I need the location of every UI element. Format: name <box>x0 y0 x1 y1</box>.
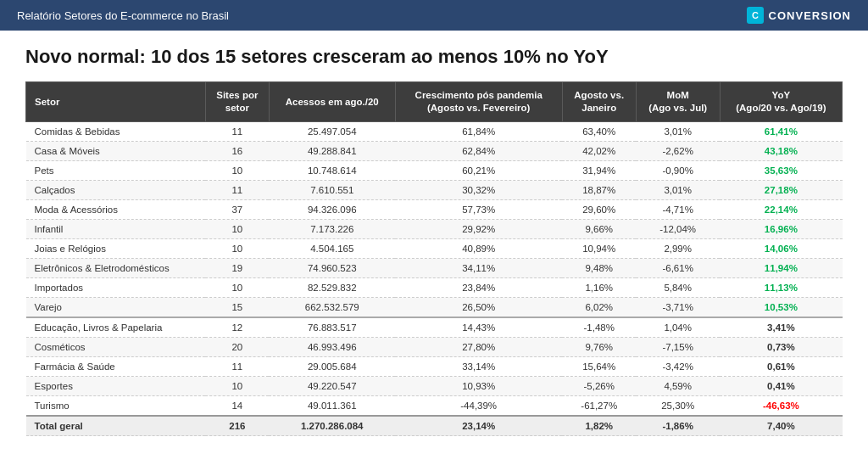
cell-yoy: 11,13% <box>720 278 842 298</box>
cell-crescimento: -44,39% <box>395 396 562 417</box>
cell-acessos: 76.883.517 <box>269 317 395 338</box>
cell-mom: 25,30% <box>636 396 720 417</box>
cell-acessos: 4.504.165 <box>269 239 395 259</box>
cell-sites: 14 <box>205 396 269 417</box>
cell-mom: -0,90% <box>636 161 720 181</box>
cell-yoy: 22,14% <box>720 200 842 220</box>
cell-ago_jan: 42,02% <box>562 142 636 161</box>
cell-ago_jan: 6,02% <box>562 298 636 318</box>
table-row: Esportes1049.220.54710,93%-5,26%4,59%0,4… <box>26 377 843 396</box>
cell-yoy: 3,41% <box>720 317 842 338</box>
table-row: Infantil107.173.22629,92%9,66%-12,04%16,… <box>26 220 843 239</box>
cell-crescimento: 60,21% <box>395 161 562 181</box>
cell-crescimento: 26,50% <box>395 298 562 318</box>
cell-crescimento: 27,80% <box>395 338 562 357</box>
cell-acessos: 1.270.286.084 <box>269 416 395 436</box>
cell-setor: Pets <box>26 161 206 181</box>
main-content: Novo normal: 10 dos 15 setores cresceram… <box>0 31 868 445</box>
cell-ago_jan: -1,48% <box>562 317 636 338</box>
cell-acessos: 29.005.684 <box>269 357 395 377</box>
table-row: Importados1082.529.83223,84%1,16%5,84%11… <box>26 278 843 298</box>
cell-mom: 5,84% <box>636 278 720 298</box>
data-table: Setor Sites porsetor Acessos em ago./20 … <box>25 81 843 436</box>
logo-area: C CONVERSION <box>747 7 851 24</box>
cell-mom: -3,42% <box>636 357 720 377</box>
cell-ago_jan: 15,64% <box>562 357 636 377</box>
conversion-logo-icon: C <box>747 7 764 24</box>
cell-acessos: 662.532.579 <box>269 298 395 318</box>
cell-setor: Educação, Livros & Papelaria <box>26 317 206 338</box>
page-headline: Novo normal: 10 dos 15 setores cresceram… <box>25 46 843 68</box>
cell-setor: Infantil <box>26 220 206 239</box>
cell-setor: Esportes <box>26 377 206 396</box>
table-row: Farmácia & Saúde1129.005.68433,14%15,64%… <box>26 357 843 377</box>
cell-acessos: 49.288.841 <box>269 142 395 161</box>
col-header-sites: Sites porsetor <box>205 82 269 122</box>
cell-acessos: 49.220.547 <box>269 377 395 396</box>
cell-mom: 3,01% <box>636 122 720 142</box>
cell-mom: -1,86% <box>636 416 720 436</box>
cell-acessos: 46.993.496 <box>269 338 395 357</box>
cell-crescimento: 62,84% <box>395 142 562 161</box>
cell-yoy: -46,63% <box>720 396 842 417</box>
cell-yoy: 0,41% <box>720 377 842 396</box>
cell-crescimento: 61,84% <box>395 122 562 142</box>
cell-setor: Moda & Acessórios <box>26 200 206 220</box>
cell-acessos: 7.610.551 <box>269 181 395 200</box>
cell-sites: 11 <box>205 122 269 142</box>
table-row: Turismo1449.011.361-44,39%-61,27%25,30%-… <box>26 396 843 417</box>
cell-acessos: 7.173.226 <box>269 220 395 239</box>
table-row: Pets1010.748.61460,21%31,94%-0,90%35,63% <box>26 161 843 181</box>
cell-crescimento: 14,43% <box>395 317 562 338</box>
table-header-row: Setor Sites porsetor Acessos em ago./20 … <box>26 82 843 122</box>
cell-mom: -4,71% <box>636 200 720 220</box>
col-header-acessos: Acessos em ago./20 <box>269 82 395 122</box>
cell-yoy: 7,40% <box>720 416 842 436</box>
cell-setor: Joias e Relógios <box>26 239 206 259</box>
cell-setor: Calçados <box>26 181 206 200</box>
cell-ago_jan: 31,94% <box>562 161 636 181</box>
total-row: Total geral2161.270.286.08423,14%1,82%-1… <box>26 416 843 436</box>
cell-yoy: 16,96% <box>720 220 842 239</box>
table-row: Cosméticos2046.993.49627,80%9,76%-7,15%0… <box>26 338 843 357</box>
cell-sites: 216 <box>205 416 269 436</box>
table-row: Educação, Livros & Papelaria1276.883.517… <box>26 317 843 338</box>
cell-crescimento: 57,73% <box>395 200 562 220</box>
cell-crescimento: 23,14% <box>395 416 562 436</box>
cell-setor: Farmácia & Saúde <box>26 357 206 377</box>
col-header-crescimento: Crescimento pós pandemia(Agosto vs. Feve… <box>395 82 562 122</box>
col-header-ago-jan: Agosto vs.Janeiro <box>562 82 636 122</box>
cell-ago_jan: 1,82% <box>562 416 636 436</box>
cell-yoy: 10,53% <box>720 298 842 318</box>
cell-ago_jan: 10,94% <box>562 239 636 259</box>
col-header-setor: Setor <box>26 82 206 122</box>
col-header-mom: MoM(Ago vs. Jul) <box>636 82 720 122</box>
cell-crescimento: 23,84% <box>395 278 562 298</box>
cell-crescimento: 10,93% <box>395 377 562 396</box>
table-row: Moda & Acessórios3794.326.09657,73%29,60… <box>26 200 843 220</box>
cell-ago_jan: 9,76% <box>562 338 636 357</box>
svg-text:C: C <box>752 10 759 20</box>
cell-setor: Cosméticos <box>26 338 206 357</box>
cell-setor: Turismo <box>26 396 206 417</box>
cell-acessos: 49.011.361 <box>269 396 395 417</box>
cell-acessos: 25.497.054 <box>269 122 395 142</box>
cell-sites: 15 <box>205 298 269 318</box>
cell-mom: -6,61% <box>636 259 720 278</box>
cell-mom: -12,04% <box>636 220 720 239</box>
cell-ago_jan: 63,40% <box>562 122 636 142</box>
cell-yoy: 0,73% <box>720 338 842 357</box>
cell-yoy: 35,63% <box>720 161 842 181</box>
cell-setor: Total geral <box>26 416 206 436</box>
cell-sites: 20 <box>205 338 269 357</box>
table-row: Casa & Móveis1649.288.84162,84%42,02%-2,… <box>26 142 843 161</box>
cell-ago_jan: 9,48% <box>562 259 636 278</box>
cell-setor: Casa & Móveis <box>26 142 206 161</box>
cell-yoy: 14,06% <box>720 239 842 259</box>
cell-sites: 11 <box>205 181 269 200</box>
cell-ago_jan: 1,16% <box>562 278 636 298</box>
cell-ago_jan: 29,60% <box>562 200 636 220</box>
cell-sites: 10 <box>205 161 269 181</box>
cell-sites: 10 <box>205 278 269 298</box>
cell-mom: -7,15% <box>636 338 720 357</box>
